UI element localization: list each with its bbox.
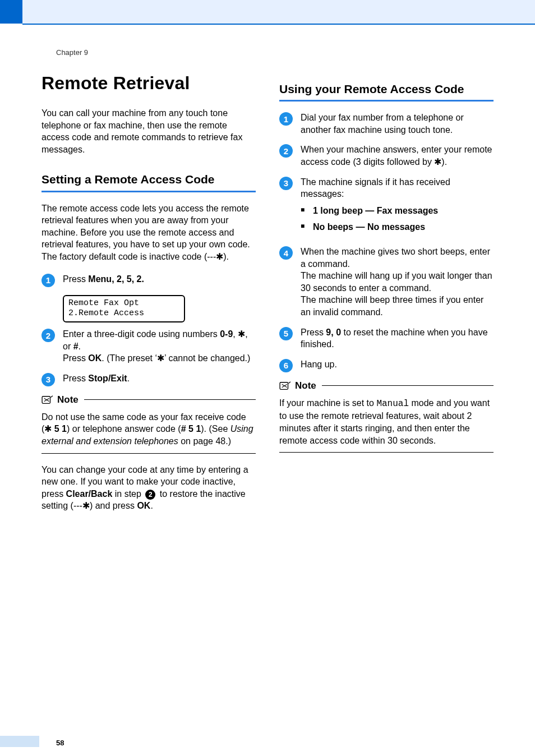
- step-2-line1a: Enter a three-digit code using numbers: [63, 329, 220, 339]
- step-ref-2-icon: 2: [145, 490, 155, 500]
- step-1: 1 Press Menu, 2, 5, 2.: [41, 273, 256, 287]
- step-2-period: .: [79, 342, 81, 351]
- step-3-tail: .: [127, 374, 130, 383]
- note-2-label: Note: [295, 380, 316, 391]
- lcd-line-1: Remote Fax Opt: [68, 298, 179, 309]
- note-1-label: Note: [57, 394, 79, 405]
- rstep-2-text-a: When your machine answers, enter your re…: [301, 145, 492, 167]
- star-icon: ✱: [44, 424, 52, 434]
- note-1-text-d: on page 48.): [178, 436, 231, 446]
- note-2-mode: Manual: [376, 399, 409, 409]
- right-column: Using your Remote Access Code 1 Dial you…: [279, 73, 494, 522]
- star-icon: ✱: [434, 157, 441, 167]
- closing-b: in step: [112, 489, 144, 499]
- rstep-4-text-a: When the machine gives two short beeps, …: [301, 247, 490, 269]
- rstep-5-number-icon: 5: [279, 327, 293, 340]
- note-1-text-c: ). (See: [201, 424, 230, 434]
- rstep-6: 6 Hang up.: [279, 358, 494, 372]
- section-1-heading: Setting a Remote Access Code: [41, 172, 256, 192]
- rstep-4-body: When the machine gives two short beeps, …: [301, 246, 494, 319]
- chapter-label: Chapter 9: [56, 48, 88, 57]
- step-1-number-icon: 1: [41, 274, 55, 287]
- star-icon: ✱: [157, 353, 164, 363]
- step-2-line2b: . (The preset ‘: [102, 353, 157, 363]
- step-2-keys: 0-9: [220, 329, 233, 339]
- rstep-5: 5 Press 9, 0 to reset the machine when y…: [279, 326, 494, 351]
- step-2-sep1: ,: [233, 329, 238, 339]
- note-2-text-a: If your machine is set to: [279, 398, 376, 408]
- page-number: 58: [56, 739, 64, 747]
- left-column: Remote Retrieval You can call your machi…: [41, 73, 256, 522]
- step-2-ok: OK: [88, 353, 102, 363]
- note-1-code2: # 5 1: [181, 424, 201, 434]
- closing-e: .: [150, 501, 153, 510]
- rstep-1: 1 Dial your fax number from a telephone …: [279, 112, 494, 136]
- rstep-5-body: Press 9, 0 to reset the machine when you…: [301, 326, 494, 351]
- step-2-line2a: Press: [63, 353, 88, 363]
- note-1-code1: 5 1: [52, 424, 67, 434]
- header-rule: [22, 24, 535, 25]
- closing-ok: OK: [137, 501, 150, 510]
- note-1-rule: [84, 399, 256, 400]
- note-2-rule: [322, 385, 494, 386]
- step-1-prefix: Press: [63, 274, 88, 284]
- star-icon: ✱: [238, 329, 245, 339]
- rstep-4-text-b: The machine will hang up if you wait lon…: [301, 271, 492, 293]
- header-band: [22, 0, 535, 24]
- bullet-no-beeps: No beeps — No messages: [301, 221, 494, 233]
- rstep-5-text-a: Press: [301, 328, 326, 337]
- note-1-text-b: ) or telephone answer code (: [67, 424, 181, 434]
- rstep-2-text-b: ).: [441, 157, 447, 167]
- closing-d: ) and press: [90, 501, 137, 510]
- step-3-prefix: Press: [63, 374, 88, 383]
- rstep-2-number-icon: 2: [279, 144, 293, 158]
- note-icon: [279, 381, 292, 391]
- note-2: Note If your machine is set to Manual mo…: [279, 380, 494, 453]
- lcd-screen: Remote Fax Opt 2.Remote Access: [63, 295, 185, 323]
- closing-paragraph: You can change your code at any time by …: [41, 464, 256, 512]
- section-1-intro: The remote access code lets you access t…: [41, 202, 256, 263]
- lcd-line-2: 2.Remote Access: [68, 308, 179, 319]
- rstep-3-number-icon: 3: [279, 177, 293, 190]
- closing-clear: Clear/Back: [66, 489, 113, 499]
- rstep-4-text-c: The machine will beep three times if you…: [301, 295, 483, 317]
- rstep-3: 3 The machine signals if it has received…: [279, 176, 494, 238]
- step-1-keys: , 2, 5, 2.: [112, 274, 144, 284]
- step-3-stop: Stop/Exit: [88, 374, 127, 383]
- rstep-3-text: The machine signals if it has received m…: [301, 177, 450, 199]
- step-2-number-icon: 2: [41, 329, 55, 342]
- rstep-2-body: When your machine answers, enter your re…: [301, 144, 494, 168]
- bullet-long-beep: 1 long beep — Fax messages: [301, 205, 494, 217]
- star-icon: ✱: [216, 252, 223, 261]
- star-icon: ✱: [82, 501, 90, 510]
- step-2-hash: #: [73, 342, 79, 351]
- step-1-body: Press Menu, 2, 5, 2.: [63, 273, 256, 285]
- note-2-body: If your machine is set to Manual mode an…: [279, 394, 494, 453]
- note-1-body: Do not use the same code as your fax rec…: [41, 408, 256, 454]
- rstep-1-body: Dial your fax number from a telephone or…: [301, 112, 494, 136]
- section-2-heading: Using your Remote Access Code: [279, 82, 494, 102]
- rstep-5-keys: 9, 0: [326, 328, 341, 337]
- rstep-4-number-icon: 4: [279, 246, 293, 260]
- step-2-line2c: ’ cannot be changed.): [164, 353, 250, 363]
- corner-accent: [0, 0, 22, 24]
- rstep-6-number-icon: 6: [279, 359, 293, 372]
- note-1: Note Do not use the same code as your fa…: [41, 394, 256, 454]
- rstep-2: 2 When your machine answers, enter your …: [279, 144, 494, 168]
- step-2: 2 Enter a three-digit code using numbers…: [41, 328, 256, 365]
- step-3: 3 Press Stop/Exit.: [41, 372, 256, 386]
- section-1-intro-tail: ).: [223, 252, 229, 261]
- step-1-menu: Menu: [88, 274, 112, 284]
- step-3-number-icon: 3: [41, 373, 55, 386]
- step-2-body: Enter a three-digit code using numbers 0…: [63, 328, 256, 365]
- page-title: Remote Retrieval: [41, 73, 256, 94]
- step-3-body: Press Stop/Exit.: [63, 372, 256, 385]
- rstep-1-number-icon: 1: [279, 112, 293, 126]
- rstep-6-body: Hang up.: [301, 358, 494, 371]
- rstep-3-body: The machine signals if it has received m…: [301, 176, 494, 238]
- intro-paragraph: You can call your machine from any touch…: [41, 107, 256, 155]
- note-icon: [41, 395, 54, 405]
- page-tab: [0, 736, 39, 747]
- rstep-4: 4 When the machine gives two short beeps…: [279, 246, 494, 319]
